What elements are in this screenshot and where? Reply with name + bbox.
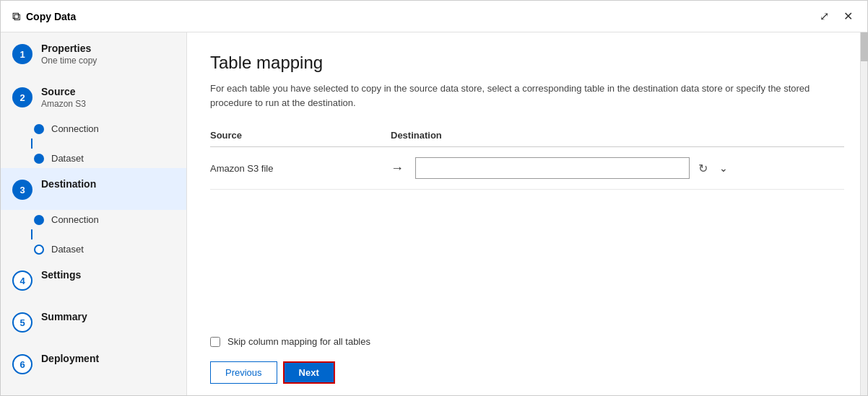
source-table-name: Amazon S3 file (210, 163, 391, 174)
connection-dot-dest (34, 215, 44, 225)
sidebar: 1 Properties One time copy 2 Source Amaz… (1, 32, 187, 395)
title-bar-controls: ⤢ ✕ (817, 8, 856, 25)
step-label-3: Destination (41, 178, 96, 190)
step-circle-6: 6 (12, 354, 32, 374)
step-text-6: Deployment (41, 353, 99, 364)
next-button[interactable]: Next (283, 361, 335, 384)
connection-dot-source (34, 124, 44, 134)
expand-row-button[interactable]: ⌄ (716, 159, 731, 177)
scrollbar-track (860, 32, 867, 395)
source-connection-label: Connection (51, 123, 99, 134)
scrollbar-thumb[interactable] (861, 32, 867, 61)
dest-dataset-label: Dataset (51, 244, 84, 255)
dest-sub-items: Connection Dataset (1, 210, 186, 259)
connector-line-dest (31, 229, 32, 239)
main-content: 1 Properties One time copy 2 Source Amaz… (1, 32, 867, 395)
arrow-icon: → (391, 161, 404, 176)
mapping-table: Source Destination Amazon S3 file → ↻ (210, 130, 844, 190)
source-connection-item[interactable]: Connection (22, 119, 186, 138)
sidebar-item-properties[interactable]: 1 Properties One time copy (1, 32, 186, 76)
step-text-5: Summary (41, 311, 87, 322)
refresh-button[interactable]: ↻ (695, 159, 711, 178)
mapping-header: Source Destination (210, 130, 844, 147)
source-column-header: Source (210, 130, 391, 141)
connector-line-source (31, 138, 32, 149)
dest-connection-item[interactable]: Connection (22, 210, 186, 229)
step-label-2: Source (41, 86, 86, 97)
source-sub-items: Connection Dataset (1, 119, 186, 168)
window-title: Copy Data (26, 11, 817, 22)
step-circle-1: 1 (12, 44, 32, 64)
dest-dataset-item[interactable]: Dataset (22, 239, 186, 259)
dest-select-group: ↻ ⌄ (415, 157, 731, 179)
sidebar-item-deployment[interactable]: 6 Deployment (1, 343, 186, 384)
step-label-6: Deployment (41, 353, 99, 364)
title-bar: ⧉ Copy Data ⤢ ✕ (1, 1, 867, 32)
sidebar-item-summary[interactable]: 5 Summary (1, 301, 186, 343)
dest-table-dropdown[interactable] (415, 157, 690, 179)
panel-title: Table mapping (210, 53, 844, 73)
step-circle-5: 5 (12, 312, 32, 333)
step-text-3: Destination (41, 178, 96, 191)
step-sublabel-2: Amazon S3 (41, 99, 86, 109)
skip-column-mapping-label: Skip column mapping for all tables (227, 336, 370, 347)
skip-column-mapping-checkbox[interactable] (210, 337, 220, 347)
step-label-4: Settings (41, 269, 81, 281)
step-label-1: Properties (41, 43, 97, 54)
step-text-1: Properties One time copy (41, 43, 97, 66)
step-text-4: Settings (41, 269, 81, 281)
panel-body: Table mapping For each table you have se… (187, 32, 867, 336)
expand-button[interactable]: ⤢ (817, 8, 832, 25)
button-row: Previous Next (210, 361, 844, 384)
copy-data-icon: ⧉ (12, 10, 20, 23)
source-dataset-label: Dataset (51, 153, 84, 164)
panel-description: For each table you have selected to copy… (210, 82, 831, 110)
previous-button[interactable]: Previous (210, 361, 277, 384)
sidebar-item-destination[interactable]: 3 Destination (1, 168, 186, 210)
step-text-2: Source Amazon S3 (41, 86, 86, 109)
sidebar-item-settings[interactable]: 4 Settings (1, 259, 186, 301)
dataset-dot-dest (34, 245, 44, 255)
step-circle-2: 2 (12, 87, 32, 107)
skip-row: Skip column mapping for all tables (210, 336, 844, 347)
step-sublabel-1: One time copy (41, 56, 97, 66)
step-circle-4: 4 (12, 270, 32, 291)
main-window: ⧉ Copy Data ⤢ ✕ 1 Properties One time co… (0, 0, 868, 396)
dest-column-header: Destination (391, 130, 442, 141)
step-circle-3: 3 (12, 180, 32, 200)
close-button[interactable]: ✕ (841, 8, 856, 25)
source-dataset-item[interactable]: Dataset (22, 149, 186, 168)
step-label-5: Summary (41, 311, 87, 322)
table-row: Amazon S3 file → ↻ ⌄ (210, 147, 844, 190)
dest-connection-label: Connection (51, 214, 99, 225)
panel-footer: Skip column mapping for all tables Previ… (187, 336, 867, 395)
right-panel: Table mapping For each table you have se… (187, 32, 867, 395)
dataset-dot-source (34, 154, 44, 164)
sidebar-item-source[interactable]: 2 Source Amazon S3 (1, 76, 186, 119)
